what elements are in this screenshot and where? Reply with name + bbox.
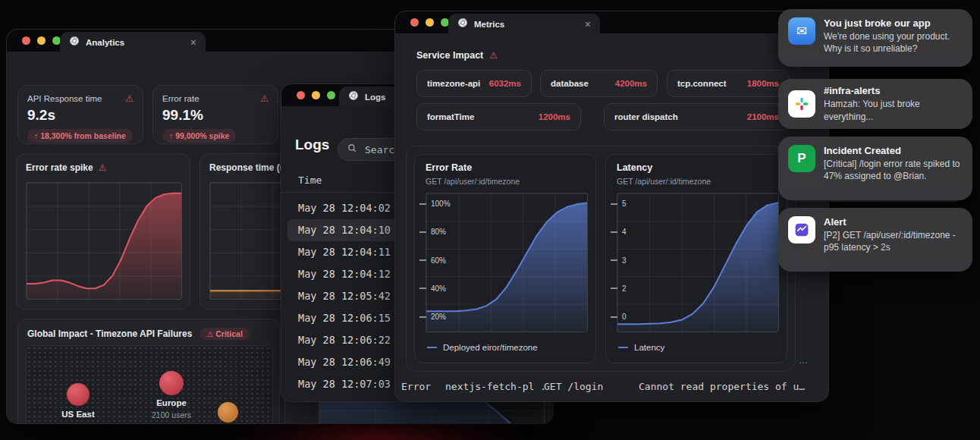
metrics-tabbar: Metrics × [394,11,829,34]
notification-body: [Critical] /login error rate spiked to 4… [824,158,963,182]
error-rate-chart [426,193,587,332]
stat-label: Error rate [162,94,199,103]
service-chip-timezone-api: timezone-api6032ms [416,70,532,97]
legend-label: Latency [634,343,664,352]
error-rate-chart-card: Error Rate GET /api/user/:id/timezone 10… [414,154,596,363]
close-traffic-light[interactable] [22,36,30,45]
tab-analytics[interactable]: Analytics × [60,32,206,52]
legend-label: Deployed eiror/timezone [443,343,538,352]
notification-body: [P2] GET /api/user/:id/timezone - p95 la… [824,229,963,253]
metrics-body: Service Impact ⚠ timezone-api6032ms data… [394,33,829,402]
monitoring-app-icon [788,216,815,244]
legend-swatch [618,347,628,348]
tab-label: Analytics [86,38,124,47]
notification-body: We're done using your product. Why is it… [824,30,963,55]
warning-icon: ⚠ [125,94,133,103]
notification-alert[interactable]: Alert [P2] GET /api/user/:id/timezone - … [778,208,972,272]
close-traffic-light[interactable] [410,18,419,27]
service-chip-tcp-connect: tcp.connect1800ms [667,70,790,97]
chart-legend: Latency [618,343,664,352]
service-chip-formattime: formatTime1200ms [416,103,581,130]
logs-title: Logs [295,137,329,153]
close-traffic-light[interactable] [297,91,305,99]
latency-chart [617,193,778,332]
tab-label: Logs [365,93,385,102]
map-bubble-europe [159,371,184,395]
stat-label: API Response time [27,94,102,103]
chart-legend: Deployed eiror/timezone [427,343,538,352]
time-column-header: Time [298,174,322,186]
stat-value: 9.2s [27,107,133,124]
zoom-traffic-light[interactable] [327,91,335,99]
notification-title: Alert [824,216,963,228]
traffic-lights [410,18,449,27]
chart-title: Error Rate [426,162,472,173]
chart-title: Error rate spike [26,162,93,173]
stat-delta-badge: ↑ 18,300% from baseline [27,129,133,143]
traffic-lights [22,36,61,45]
minimize-traffic-light[interactable] [426,18,434,27]
warning-icon: ⚠ [206,330,213,338]
region-name: US East [40,410,116,419]
stat-card-api-response-time: API Response time ⚠ 9.2s ↑ 18,300% from … [17,85,143,144]
minimize-traffic-light[interactable] [312,91,320,99]
chart-title: Latency [617,162,652,173]
log-message: Cannot read properties of u… [639,381,816,392]
minimize-traffic-light[interactable] [37,36,46,45]
map-bubble-asia-pacific [218,402,238,423]
y-axis: 100% 80% 60% 40% 20% [419,193,451,331]
notification-slack[interactable]: #infra-alerts Hamzah: You just broke eve… [778,79,972,129]
chart-subtitle: GET /api/user/:id/timezone [426,177,520,186]
tab-close-icon[interactable]: × [190,37,196,48]
region-users: 1250 users [40,422,116,424]
map-bubble-us-east [67,383,90,406]
traffic-lights [297,91,335,99]
error-rate-spike-card: Error rate spike ⚠ [16,153,190,310]
global-impact-card: Global Impact - Timezone API Failures ⚠ … [17,319,280,424]
critical-badge: ⚠ Critical [199,328,250,340]
global-impact-title: Global Impact - Timezone API Failures [27,328,192,339]
service-chip-router-dispatch: router dispatch2100ms [604,103,790,130]
tab-label: Metrics [474,20,504,29]
browser-icon [457,17,468,31]
notification-pagerduty[interactable]: P Incident Created [Critical] /login err… [778,137,972,200]
tab-metrics[interactable]: Metrics × [448,14,600,34]
error-rate-spike-chart [27,183,181,299]
notification-body: Hamzah: You just broke everything... [824,98,963,122]
log-request: GET /login [544,381,639,392]
notification-title: #infra-alerts [824,85,963,96]
section-title: Service Impact [416,50,483,61]
latency-plot [617,193,779,332]
metrics-log-row[interactable]: Error nextjs-fetch-pl ... GET /login Can… [401,381,816,392]
region-name: Europe [133,398,209,407]
metrics-window: Metrics × Service Impact ⚠ timezone-api6… [394,11,829,402]
world-map: US East 1250 users Europe 2100 users Asi… [26,345,273,424]
region-users: 2100 users [133,410,209,420]
notification-title: You just broke our app [824,17,963,29]
stat-card-error-rate: Error rate ⚠ 99.1% ↑ 99,000% spike [152,85,278,144]
notification-title: Incident Created [824,145,963,156]
legend-swatch [427,347,437,348]
log-level: Error [401,381,445,392]
service-chip-database: database4200ms [540,70,658,97]
y-axis: 5 4 3 2 0 [611,193,627,331]
notification-mail[interactable]: ✉ You just broke our app We're done usin… [778,9,972,67]
error-rate-spike-plot [26,182,182,300]
warning-icon: ⚠ [489,51,498,60]
warning-icon: ⚠ [99,163,107,172]
chart-subtitle: GET /api/user/:id/timezone [617,177,711,186]
browser-icon [348,90,359,104]
log-source: nextjs-fetch-pl ... [445,381,544,392]
search-icon [347,143,357,156]
charts-container: Error Rate GET /api/user/:id/timezone 10… [406,146,796,372]
pagerduty-app-icon: P [788,145,815,172]
overflow-ellipsis: … [799,355,808,366]
browser-icon [69,36,80,49]
stat-value: 99.1% [162,107,269,124]
warning-icon: ⚠ [260,94,269,103]
tab-close-icon[interactable]: × [585,19,591,30]
slack-app-icon [788,90,815,118]
latency-chart-card: Latency GET /api/user/:id/timezone 5 4 3… [605,154,787,363]
mail-app-icon: ✉ [788,17,815,45]
stat-delta-badge: ↑ 99,000% spike [162,129,236,143]
